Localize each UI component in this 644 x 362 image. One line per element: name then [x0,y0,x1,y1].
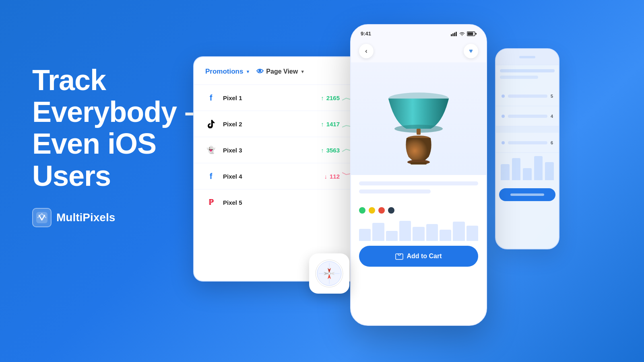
chart-bar-1 [359,229,371,241]
back-card-line-3 [508,141,547,144]
pixel-count-3: 3563 [326,147,340,154]
facebook-icon-4: f [205,171,217,182]
back-card-value-2: 4 [551,114,553,119]
trend-arrow-1: ↑ [321,95,324,101]
promotions-label: Promotions [205,68,243,76]
chart-bar-5 [413,227,424,241]
snapchat-icon-3: 👻 [205,144,217,156]
product-subtitle-line [359,189,431,193]
back-card-item-3: 6 [496,133,559,153]
pixel-count-4: 112 [330,173,340,180]
favorite-button[interactable]: ♥ [464,44,478,58]
back-card-item-2: 4 [496,106,559,126]
back-card-dot-3 [502,141,505,144]
trend-arrow-4: ↓ [324,173,327,180]
promotions-dropdown[interactable]: Promotions ▼ [205,68,250,76]
svg-rect-19 [417,129,421,135]
chart-bar-7 [440,230,451,241]
svg-rect-12 [454,33,455,36]
brand-name: MultiPixels [56,211,115,224]
status-icons [451,31,477,36]
page-view-dropdown[interactable]: 👁 Page View ▼ [256,68,305,76]
pixel-name-2: Pixel 2 [223,121,251,128]
cart-button-icon [395,252,403,260]
pixel-name-3: Pixel 3 [223,147,251,154]
back-card-dot-1 [502,95,505,98]
pixel-name-1: Pixel 1 [223,95,251,101]
back-card-line-1 [508,95,547,98]
tiktok-icon-2 [205,118,217,130]
wifi-icon [459,31,465,36]
phone-time: 9:41 [361,31,371,37]
pixel-count-1: 2165 [326,95,340,101]
product-chart [351,217,486,241]
chart-bar-8 [453,222,464,241]
svg-point-9 [328,272,330,275]
add-to-cart-button[interactable]: Add to Cart [359,246,478,267]
back-card-value-3: 6 [551,140,553,145]
color-dot-dark[interactable] [388,207,394,214]
trend-arrow-3: ↑ [321,147,324,154]
chart-bar-6 [426,224,438,241]
product-image-area [351,62,486,175]
svg-rect-15 [468,32,473,35]
back-card-dot-2 [502,115,505,118]
pinterest-icon-5: ℙ [205,197,217,208]
safari-icon [309,253,349,294]
back-button[interactable]: ‹ [359,44,374,58]
color-dot-red[interactable] [378,207,385,214]
trend-arrow-2: ↑ [321,121,324,128]
product-details [351,175,486,204]
pixel-name-5: Pixel 5 [223,199,251,206]
page-view-dropdown-arrow: ▼ [300,69,305,74]
phone-nav: ‹ ♥ [351,40,486,62]
chart-bar-3 [386,231,398,241]
svg-rect-13 [456,32,457,36]
svg-rect-10 [451,34,452,36]
phone-status-bar: 9:41 [351,25,486,40]
product-title-line [359,181,478,185]
phone-mockup: 9:41 ‹ ♥ [350,24,487,326]
back-card-line-2 [508,115,547,118]
color-dot-green[interactable] [359,207,365,214]
brand-logo: MultiPixels [32,208,200,227]
hero-title: Track Everybody – Even iOS Users [32,64,200,192]
svg-rect-11 [452,33,454,36]
promotions-dropdown-arrow: ▼ [246,69,250,74]
back-card-value-1: 5 [551,94,553,99]
chart-bar-2 [372,223,384,241]
hero-section: Track Everybody – Even iOS Users MultiPi… [32,64,200,227]
battery-icon [467,31,477,36]
eye-icon: 👁 [256,68,264,76]
brand-icon [32,208,52,227]
add-to-cart-label: Add to Cart [407,253,442,260]
pixel-name-4: Pixel 4 [223,173,251,180]
chart-bar-4 [399,221,411,241]
chart-bar-9 [466,226,478,241]
lamp-image [378,70,459,167]
color-dot-yellow[interactable] [369,207,375,214]
svg-rect-23 [396,254,403,259]
svg-rect-22 [411,162,427,165]
back-card-item-1: 5 [496,86,559,106]
signal-icon [451,31,457,36]
phone-back-card: 5 4 6 [495,48,559,249]
svg-rect-16 [475,33,477,35]
pixel-count-2: 1417 [326,121,340,128]
page-view-label: Page View [266,68,298,75]
facebook-icon-1: f [205,92,217,103]
color-options [351,204,486,217]
